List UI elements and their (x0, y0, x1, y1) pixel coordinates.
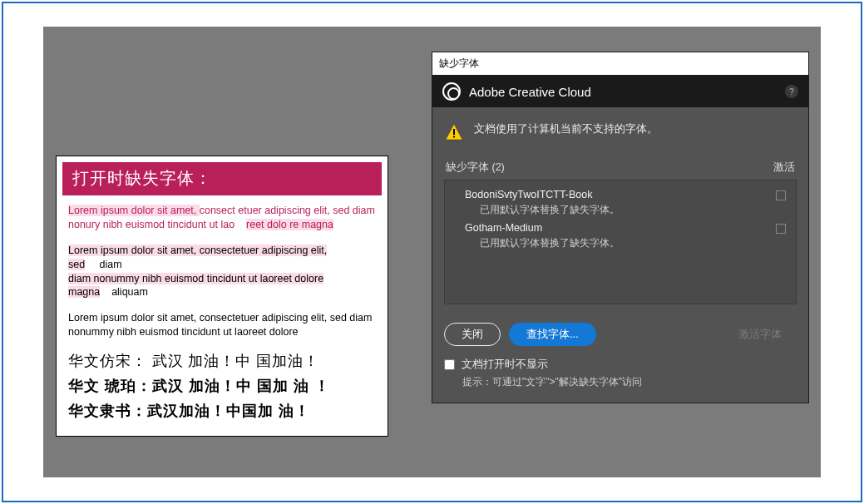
cjk-row-hupo: 华文 琥珀：武汉 加油！中 国加 油 ！ (68, 376, 376, 396)
dialog-button-row: 关闭 查找字体... 激活字体 (432, 308, 808, 351)
svg-rect-0 (453, 129, 455, 135)
text-run: diam nonummy nibh euismod tincidunt ut l… (68, 273, 323, 299)
dialog-body: 文档使用了计算机当前不支持的字体。 缺少字体 (2) 激活 BodoniSvty… (432, 107, 808, 308)
font-status: 已用默认字体替换了缺失字体。 (465, 234, 787, 250)
paragraph-2: Lorem ipsum dolor sit amet, consectetuer… (68, 244, 376, 300)
cjk-row-lishu: 华文隶书：武汉加油！中国加 油！ (68, 401, 376, 421)
creative-cloud-icon (442, 82, 461, 101)
activate-fonts-button-disabled: 激活字体 (723, 324, 797, 345)
activate-checkbox[interactable] (776, 190, 786, 200)
app-frame: 打开时缺失字体： Lorem ipsum dolor sit amet, con… (2, 2, 862, 502)
creative-cloud-label: Adobe Creative Cloud (469, 85, 591, 99)
text-run: Lorem ipsum dolor sit amet, (68, 205, 200, 216)
dialog-titlebar: 缺少字体 (432, 52, 808, 76)
font-status: 已用默认字体替换了缺失字体。 (465, 200, 787, 217)
missing-font-list: BodoniSvtyTwoITCTT-Book 已用默认字体替换了缺失字体。 G… (444, 180, 797, 304)
font-name: Gotham-Medium (465, 222, 787, 234)
find-fonts-button[interactable]: 查找字体... (509, 323, 596, 346)
paragraph-3: Lorem ipsum dolor sit amet, consectetuer… (68, 311, 376, 339)
missing-fonts-dialog: 缺少字体 Adobe Creative Cloud ? 文档使用了计算机当前不支… (432, 52, 809, 403)
creative-cloud-bar: Adobe Creative Cloud ? (432, 76, 808, 107)
cjk-row-fangsong: 华文仿宋： 武汉 加油！中 国加油！ (68, 351, 376, 371)
text-run: reet dolo re magna (246, 219, 333, 230)
help-icon[interactable]: ? (785, 85, 798, 98)
dont-show-label: 文档打开时不显示 (462, 358, 548, 372)
activate-checkbox[interactable] (776, 224, 786, 234)
font-name: BodoniSvtyTwoITCTT-Book (465, 189, 787, 200)
dont-show-checkbox[interactable] (444, 359, 455, 370)
warning-row: 文档使用了计算机当前不支持的字体。 (444, 122, 797, 142)
font-item[interactable]: Gotham-Medium 已用默认字体替换了缺失字体。 (448, 219, 792, 252)
close-button[interactable]: 关闭 (444, 323, 501, 346)
text-run: aliquam (111, 286, 148, 298)
dont-show-row: 文档打开时不显示 (432, 351, 808, 373)
svg-rect-1 (453, 136, 455, 138)
font-list-header: 缺少字体 (2) 激活 (444, 157, 797, 180)
warning-text: 文档使用了计算机当前不支持的字体。 (474, 122, 658, 136)
font-item[interactable]: BodoniSvtyTwoITCTT-Book 已用默认字体替换了缺失字体。 (448, 185, 792, 219)
document-preview: 打开时缺失字体： Lorem ipsum dolor sit amet, con… (56, 156, 388, 437)
paragraph-1: Lorem ipsum dolor sit amet, consect etue… (68, 204, 376, 232)
hint-text: 提示：可通过"文字">"解决缺失字体"访问 (432, 373, 808, 403)
activate-column-label: 激活 (773, 161, 795, 175)
warning-icon (444, 122, 464, 142)
workspace: 打开时缺失字体： Lorem ipsum dolor sit amet, con… (43, 27, 821, 477)
missing-count-label: 缺少字体 (2) (446, 161, 505, 175)
text-run: Lorem ipsum dolor sit amet, consectetuer… (68, 245, 327, 270)
document-title-bar: 打开时缺失字体： (62, 162, 382, 195)
